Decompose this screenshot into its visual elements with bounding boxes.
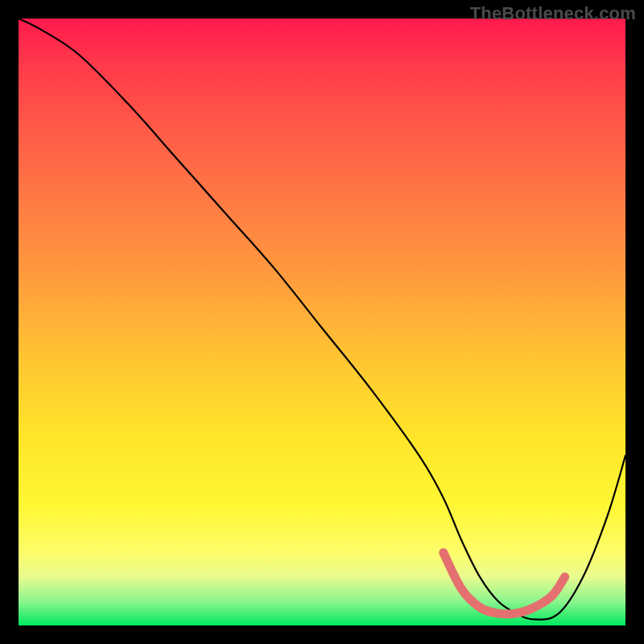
- chart-svg: [19, 19, 625, 625]
- bottleneck-curve-path: [19, 19, 625, 620]
- optimal-range-marker-path: [444, 553, 565, 614]
- plot-area: [19, 19, 625, 625]
- chart-frame: TheBottleneck.com: [0, 0, 644, 644]
- watermark-text: TheBottleneck.com: [470, 3, 636, 24]
